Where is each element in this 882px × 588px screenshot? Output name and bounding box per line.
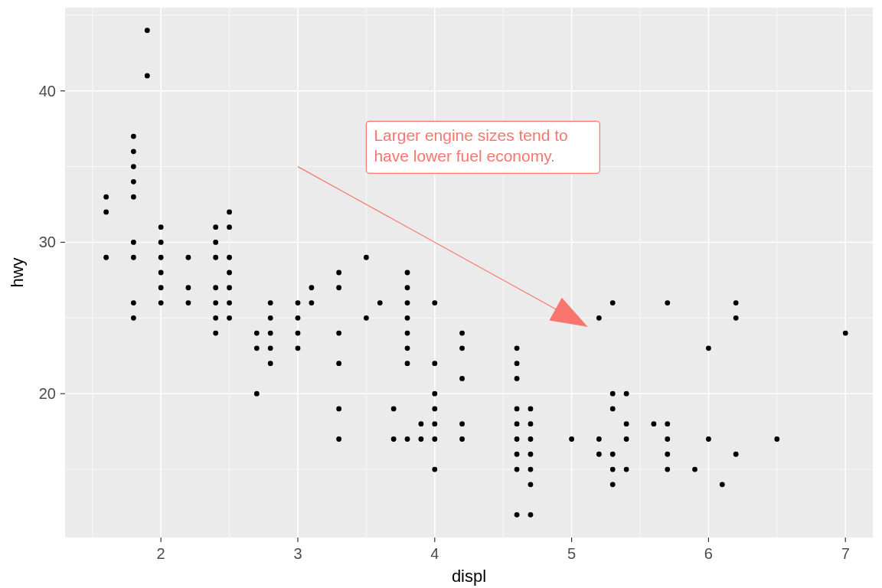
data-point bbox=[254, 391, 260, 397]
data-point bbox=[145, 74, 150, 79]
data-point bbox=[514, 361, 520, 366]
data-point bbox=[336, 285, 341, 290]
data-point bbox=[706, 436, 711, 442]
data-point bbox=[610, 300, 616, 305]
data-point bbox=[610, 452, 616, 457]
y-tick-label: 30 bbox=[39, 234, 56, 250]
data-point bbox=[268, 345, 273, 351]
data-point bbox=[213, 255, 218, 260]
data-point bbox=[720, 482, 725, 487]
data-point bbox=[774, 436, 779, 442]
data-point bbox=[227, 210, 232, 215]
data-point bbox=[459, 421, 465, 426]
data-point bbox=[514, 407, 520, 412]
data-point bbox=[309, 285, 314, 290]
data-point bbox=[131, 179, 136, 185]
data-point bbox=[186, 255, 191, 260]
x-tick-label: 2 bbox=[157, 545, 165, 562]
data-point bbox=[131, 149, 136, 154]
data-point bbox=[103, 194, 109, 200]
x-tick-label: 6 bbox=[704, 545, 713, 562]
data-point bbox=[405, 315, 410, 321]
data-point bbox=[227, 285, 232, 290]
data-point bbox=[665, 452, 670, 457]
data-point bbox=[733, 315, 739, 321]
x-tick-label: 7 bbox=[841, 545, 850, 562]
data-point bbox=[336, 270, 341, 276]
data-point bbox=[227, 315, 232, 321]
data-point bbox=[596, 452, 602, 457]
data-point bbox=[296, 331, 301, 336]
data-point bbox=[268, 361, 273, 366]
data-point bbox=[213, 285, 218, 290]
data-point bbox=[227, 270, 232, 276]
data-point bbox=[610, 391, 616, 397]
data-point bbox=[528, 467, 534, 472]
y-tick-label: 40 bbox=[39, 83, 56, 100]
data-point bbox=[377, 300, 383, 305]
annotation-text-line2: have lower fuel economy. bbox=[374, 147, 555, 165]
data-point bbox=[432, 467, 437, 472]
data-point bbox=[186, 300, 191, 305]
data-point bbox=[432, 436, 437, 442]
data-point bbox=[528, 421, 534, 426]
data-point bbox=[528, 436, 534, 442]
data-point bbox=[419, 421, 424, 426]
data-point bbox=[145, 28, 150, 33]
data-point bbox=[432, 361, 437, 366]
data-point bbox=[131, 164, 136, 169]
data-point bbox=[624, 391, 629, 397]
data-point bbox=[254, 331, 260, 336]
data-point bbox=[296, 315, 301, 321]
data-point bbox=[405, 285, 410, 290]
data-point bbox=[268, 331, 273, 336]
data-point bbox=[103, 210, 109, 215]
plot-panel bbox=[65, 8, 873, 537]
x-tick-label: 5 bbox=[567, 545, 576, 562]
data-point bbox=[514, 436, 520, 442]
data-point bbox=[213, 224, 218, 230]
data-point bbox=[459, 345, 465, 351]
data-point bbox=[610, 482, 616, 487]
data-point bbox=[336, 436, 341, 442]
data-point bbox=[296, 300, 301, 305]
data-point bbox=[336, 407, 341, 412]
data-point bbox=[665, 436, 670, 442]
data-point bbox=[651, 421, 656, 426]
data-point bbox=[213, 240, 218, 245]
data-point bbox=[158, 300, 164, 305]
data-point bbox=[186, 285, 191, 290]
data-point bbox=[405, 345, 410, 351]
data-point bbox=[514, 467, 520, 472]
data-point bbox=[309, 300, 314, 305]
data-point bbox=[514, 452, 520, 457]
data-point bbox=[158, 255, 164, 260]
data-point bbox=[336, 361, 341, 366]
data-point bbox=[405, 361, 410, 366]
data-point bbox=[158, 285, 164, 290]
data-point bbox=[665, 300, 670, 305]
data-point bbox=[227, 224, 232, 230]
data-point bbox=[843, 331, 848, 336]
data-point bbox=[213, 315, 218, 321]
data-point bbox=[131, 194, 136, 200]
data-point bbox=[364, 315, 369, 321]
data-point bbox=[336, 331, 341, 336]
data-point bbox=[624, 421, 629, 426]
data-point bbox=[405, 331, 410, 336]
data-point bbox=[624, 436, 629, 442]
x-tick-label: 3 bbox=[293, 545, 302, 562]
y-axis-title: hwy bbox=[8, 257, 27, 287]
data-point bbox=[610, 407, 616, 412]
data-point bbox=[296, 345, 301, 351]
annotation-text-line1: Larger engine sizes tend to bbox=[374, 126, 567, 144]
data-point bbox=[528, 452, 534, 457]
x-axis-title: displ bbox=[452, 567, 486, 586]
data-point bbox=[733, 300, 739, 305]
data-point bbox=[158, 224, 164, 230]
data-point bbox=[131, 300, 136, 305]
data-point bbox=[158, 240, 164, 245]
data-point bbox=[569, 436, 574, 442]
data-point bbox=[432, 300, 437, 305]
data-point bbox=[131, 255, 136, 260]
